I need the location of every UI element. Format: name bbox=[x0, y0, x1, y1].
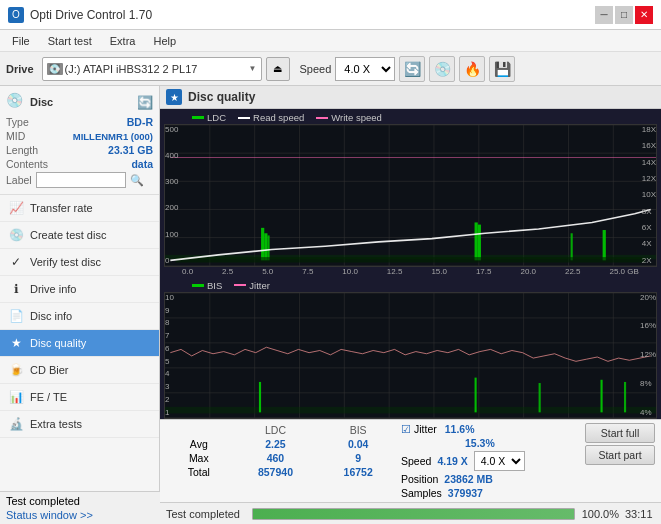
length-value: 23.31 GB bbox=[108, 144, 153, 156]
samples-label: Samples bbox=[401, 487, 442, 499]
menu-extra[interactable]: Extra bbox=[102, 33, 144, 49]
stats-right-section: ☑ Jitter 11.6% 15.3% Speed 4.19 X 4.0 X … bbox=[401, 423, 581, 499]
refresh-button[interactable]: 🔄 bbox=[399, 56, 425, 82]
chart1-svg bbox=[165, 125, 656, 266]
disc-icon: 💿 bbox=[6, 92, 26, 112]
maximize-button[interactable]: □ bbox=[615, 6, 633, 24]
drive-selector[interactable]: 💽 (J:) ATAPI iHBS312 2 PL17 ▼ bbox=[42, 57, 262, 81]
minimize-button[interactable]: ─ bbox=[595, 6, 613, 24]
status-text: Test completed bbox=[6, 495, 80, 507]
max-jitter: 15.3% bbox=[465, 437, 495, 449]
disc-section: 💿 Disc 🔄 Type BD-R MID MILLENMR1 (000) L… bbox=[0, 86, 159, 195]
row-label-avg: Avg bbox=[166, 437, 232, 451]
row-label-total: Total bbox=[166, 465, 232, 479]
drive-icon: 💽 bbox=[47, 63, 63, 75]
position-label: Position bbox=[401, 473, 438, 485]
disc-info-icon: 📄 bbox=[8, 308, 24, 324]
read-speed-legend-label: Read speed bbox=[253, 112, 304, 123]
chart1-x-labels: 0.0 2.5 5.0 7.5 10.0 12.5 15.0 17.5 20.0… bbox=[164, 267, 657, 276]
menubar: File Start test Extra Help bbox=[0, 30, 661, 52]
disc-quality-header-icon: ★ bbox=[166, 89, 182, 105]
avg-jitter: 11.6% bbox=[445, 423, 475, 435]
sidebar-item-label: Disc quality bbox=[30, 337, 86, 349]
eject-button[interactable]: ⏏ bbox=[266, 57, 290, 81]
progress-time: 33:11 bbox=[625, 508, 655, 520]
speed-dropdown[interactable]: 4.0 X 8.0 X Max bbox=[474, 451, 525, 471]
menu-start-test[interactable]: Start test bbox=[40, 33, 100, 49]
content-area: ★ Disc quality LDC Read speed bbox=[160, 86, 661, 524]
progress-status: Test completed bbox=[166, 508, 246, 520]
sidebar-item-verify-test-disc[interactable]: ✓ Verify test disc bbox=[0, 249, 159, 276]
svg-rect-19 bbox=[267, 235, 269, 260]
menu-file[interactable]: File bbox=[4, 33, 38, 49]
window-controls: ─ □ ✕ bbox=[595, 6, 653, 24]
speed-select[interactable]: 4.0 X 8.0 X Max bbox=[335, 57, 395, 81]
progress-area: Test completed 100.0% 33:11 bbox=[160, 502, 661, 524]
sidebar-item-extra-tests[interactable]: 🔬 Extra tests bbox=[0, 411, 159, 438]
dropdown-arrow-icon: ▼ bbox=[249, 64, 257, 73]
svg-rect-23 bbox=[603, 230, 606, 260]
fe-te-icon: 📊 bbox=[8, 389, 24, 405]
chart1-legend: LDC Read speed Write speed bbox=[164, 111, 657, 124]
max-ldc: 460 bbox=[232, 451, 320, 465]
read-speed-legend-color bbox=[238, 117, 250, 119]
disc-refresh-icon[interactable]: 🔄 bbox=[137, 95, 153, 110]
sidebar-item-transfer-rate[interactable]: 📈 Transfer rate bbox=[0, 195, 159, 222]
save-button[interactable]: 💾 bbox=[489, 56, 515, 82]
sidebar-item-cd-bier[interactable]: 🍺 CD Bier bbox=[0, 357, 159, 384]
sidebar-item-create-test-disc[interactable]: 💿 Create test disc bbox=[0, 222, 159, 249]
sidebar-item-disc-quality[interactable]: ★ Disc quality bbox=[0, 330, 159, 357]
jitter-checkbox-row[interactable]: ☑ Jitter bbox=[401, 423, 437, 435]
label-input[interactable] bbox=[36, 172, 126, 188]
burn-button[interactable]: 🔥 bbox=[459, 56, 485, 82]
sidebar-item-label: Extra tests bbox=[30, 418, 82, 430]
status-window-label[interactable]: Status window >> bbox=[6, 509, 93, 521]
start-full-button[interactable]: Start full bbox=[585, 423, 655, 443]
app-title: Opti Drive Control 1.70 bbox=[30, 8, 152, 22]
mid-value: MILLENMR1 (000) bbox=[73, 131, 153, 142]
ldc-legend-label: LDC bbox=[207, 112, 226, 123]
write-speed-legend-color bbox=[316, 117, 328, 119]
speed-row: Speed 4.19 X 4.0 X 8.0 X Max bbox=[401, 451, 581, 471]
menu-help[interactable]: Help bbox=[145, 33, 184, 49]
jitter-legend-label: Jitter bbox=[249, 280, 270, 291]
row-label-max: Max bbox=[166, 451, 232, 465]
svg-rect-42 bbox=[259, 382, 261, 412]
avg-ldc: 2.25 bbox=[232, 437, 320, 451]
length-label: Length bbox=[6, 144, 38, 156]
disc-quality-icon: ★ bbox=[8, 335, 24, 351]
col-header-empty bbox=[166, 423, 232, 437]
sidebar-item-label: Verify test disc bbox=[30, 256, 101, 268]
table-row: Avg 2.25 0.04 bbox=[166, 437, 397, 451]
sidebar-item-disc-info[interactable]: 📄 Disc info bbox=[0, 303, 159, 330]
transfer-rate-icon: 📈 bbox=[8, 200, 24, 216]
sidebar-item-fe-te[interactable]: 📊 FE / TE bbox=[0, 384, 159, 411]
drive-info-icon: ℹ bbox=[8, 281, 24, 297]
svg-rect-46 bbox=[624, 382, 626, 412]
verify-test-disc-icon: ✓ bbox=[8, 254, 24, 270]
sidebar-item-drive-info[interactable]: ℹ Drive info bbox=[0, 276, 159, 303]
disc-button[interactable]: 💿 bbox=[429, 56, 455, 82]
start-part-button[interactable]: Start part bbox=[585, 445, 655, 465]
avg-bis: 0.04 bbox=[319, 437, 397, 451]
chart1: 500 400 300 200 100 0 18X 16X 14X 12X 10… bbox=[164, 124, 657, 267]
sidebar: 💿 Disc 🔄 Type BD-R MID MILLENMR1 (000) L… bbox=[0, 86, 160, 524]
progress-percent: 100.0% bbox=[581, 508, 619, 520]
type-label: Type bbox=[6, 116, 29, 128]
svg-rect-20 bbox=[475, 222, 478, 260]
svg-rect-45 bbox=[600, 380, 602, 413]
svg-rect-18 bbox=[264, 233, 267, 260]
bis-legend-color bbox=[192, 284, 204, 287]
disc-quality-title: Disc quality bbox=[188, 90, 255, 104]
close-button[interactable]: ✕ bbox=[635, 6, 653, 24]
svg-rect-21 bbox=[478, 225, 481, 261]
label-search-icon[interactable]: 🔍 bbox=[130, 174, 144, 187]
svg-rect-22 bbox=[571, 233, 573, 260]
contents-label: Contents bbox=[6, 158, 48, 170]
speed-label: Speed bbox=[401, 455, 431, 467]
max-bis: 9 bbox=[319, 451, 397, 465]
toolbar: Drive 💽 (J:) ATAPI iHBS312 2 PL17 ▼ ⏏ Sp… bbox=[0, 52, 661, 86]
nav-items: 📈 Transfer rate 💿 Create test disc ✓ Ver… bbox=[0, 195, 159, 524]
total-ldc: 857940 bbox=[232, 465, 320, 479]
status-window-bar: Test completed Status window >> bbox=[0, 491, 160, 524]
